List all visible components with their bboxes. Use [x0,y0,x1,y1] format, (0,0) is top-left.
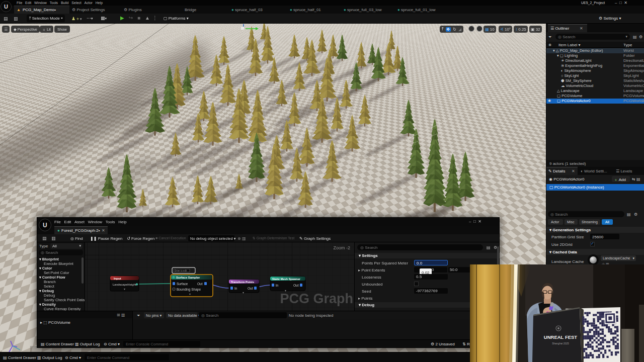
svg-text:▾: ▾ [285,289,286,292]
svg-text:Out: Out [248,287,253,290]
svg-text:▾: ▾ [124,288,125,291]
svg-text:Out: Out [197,282,203,286]
svg-text:Bounding Shape: Bounding Shape [177,288,201,292]
svg-text:Static Mesh Spawner: Static Mesh Spawner [272,278,301,281]
svg-text:▾: ▾ [189,293,191,296]
svg-text:▾: ▾ [243,291,244,294]
svg-text:Surface: Surface [177,282,188,286]
svg-text:Out: Out [293,284,299,287]
svg-text:Input: Input [114,277,121,280]
svg-text:In: In [276,284,279,287]
svg-text:In: In [234,287,237,290]
svg-text:LandscapeHeight: LandscapeHeight [113,283,136,286]
svg-text:Enter to edit: Enter to edit [175,269,187,272]
svg-text:Surface Sampler: Surface Sampler [176,276,200,279]
svg-text:Transform Points: Transform Points [231,281,254,284]
